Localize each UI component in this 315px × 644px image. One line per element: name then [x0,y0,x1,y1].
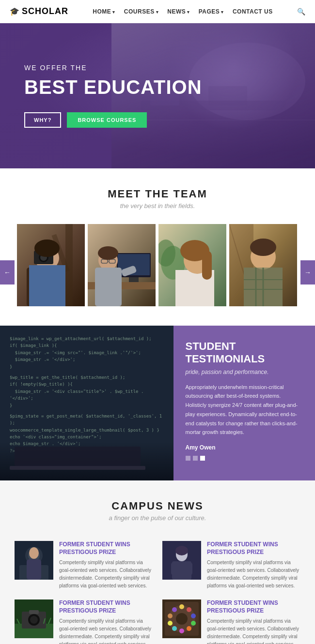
testimonials-title: STUDENT TESTIMONIALS [186,340,303,366]
team-title: MEET THE TEAM [10,188,305,200]
testimonials-content: STUDENT TESTIMONIALS pride, passion and … [173,326,315,480]
svg-point-81 [172,607,177,612]
svg-point-80 [168,614,173,618]
news-headline-2[interactable]: FORMER STUDENT WINS PRESTIGOUS PRIZE [207,541,300,556]
news-text-2: Competently simplify viral platforms via… [207,559,300,590]
svg-rect-15 [29,265,65,306]
news-content-1: FORMER STUDENT WINS PRESTIGOUS PRIZE Com… [59,541,153,590]
code-line-4: $image_str .= '</div>'; [10,356,164,363]
hero-buttons: WHY? BROWSE COURSES [24,112,202,128]
team-next-button[interactable]: → [300,260,315,285]
svg-point-77 [179,629,184,633]
news-thumb-1 [15,541,53,580]
svg-point-74 [191,614,196,618]
team-photo-3 [158,224,227,306]
nav-contact[interactable]: CONTACT US [233,8,273,15]
svg-point-64 [30,616,38,624]
svg-point-76 [187,626,191,631]
campus-news-subtitle: a finger on the pulse of our culture. [10,514,305,522]
testimonials-subtitle: pride, passion and performance. [186,369,303,375]
news-thumb-3 [15,599,53,638]
browse-courses-button[interactable]: BROWSE COURSES [67,112,147,128]
code-line-10: $pimg_state = get_post_meta( $attachment… [10,413,164,427]
news-content-2: FORMER STUDENT WINS PRESTIGOUS PRIZE Com… [207,541,300,590]
testimonials-body: Appropriately underwhelm mission-critica… [186,383,303,437]
news-text-3: Competently simplify viral platforms via… [59,617,153,644]
svg-point-40 [250,239,276,256]
news-thumb-4 [162,599,201,638]
testimonials-section: $image_link = wp_get_attachment_url( $at… [0,326,315,480]
team-photos-container [0,224,315,306]
site-logo[interactable]: 🎓 SCHOLAR [10,6,68,16]
news-headline-1[interactable]: FORMER STUDENT WINS PRESTIGOUS PRIZE [59,541,153,556]
team-photo-4 [229,224,298,306]
news-text-4: Competently simplify viral platforms via… [207,617,300,644]
team-header: MEET THE TEAM the very best in their fie… [0,168,315,219]
code-line-9: } [10,402,164,409]
campus-news-section: CAMPUS NEWS a finger on the pulse of our… [0,480,315,644]
code-line-1: $image_link = wp_get_attachment_url( $at… [10,335,164,342]
news-content-3: FORMER STUDENT WINS PRESTIGOUS PRIZE Com… [59,599,153,644]
team-photo-2 [88,224,157,306]
news-headline-4[interactable]: FORMER STUDENT WINS PRESTIGOUS PRIZE [207,599,300,614]
svg-point-73 [187,607,191,612]
nav-news[interactable]: NEWS [167,8,190,15]
testimonials-dots [186,456,303,461]
code-line-3: $image_str .= '<img src="'. $image_link … [10,349,164,356]
team-section: MEET THE TEAM the very best in their fie… [0,168,315,326]
team-carousel: ← [0,219,315,326]
svg-point-14 [34,240,60,257]
campus-news-header: CAMPUS NEWS a finger on the pulse of our… [0,480,315,531]
code-line-2: if( $image_link ){ [10,342,164,349]
news-grid: FORMER STUDENT WINS PRESTIGOUS PRIZE Com… [0,531,315,644]
code-line-8: $image_str .= '<div class="title">' . $w… [10,388,164,402]
svg-point-82 [176,613,188,625]
news-text-1: Competently simplify viral platforms via… [59,559,153,590]
news-item-2: FORMER STUDENT WINS PRESTIGOUS PRIZE Com… [162,541,300,590]
why-button[interactable]: WHY? [24,112,61,128]
campus-news-title: CAMPUS NEWS [10,500,305,512]
hero-section: WE OFFER THE BEST EDUCATION WHY? BROWSE … [0,23,315,168]
svg-point-75 [191,621,196,626]
logo-text: SCHOLAR [22,6,68,16]
code-line-6: $wp_title = get_the_title( $attachment_i… [10,374,164,381]
news-item-4: FORMER STUDENT WINS PRESTIGOUS PRIZE Com… [162,599,300,644]
svg-rect-34 [202,251,212,280]
navbar: 🎓 SCHOLAR HOME COURSES NEWS PAGES CONTAC… [0,0,315,23]
svg-rect-65 [29,610,39,614]
testimonials-image: $image_link = wp_get_attachment_url( $at… [0,326,173,480]
news-content-4: FORMER STUDENT WINS PRESTIGOUS PRIZE Com… [207,599,300,644]
svg-point-52 [29,547,39,559]
svg-point-78 [172,626,177,631]
code-line-12: echo '<div class="img_container">'; [10,434,164,440]
dot-3[interactable] [200,456,205,461]
code-line-5: } [10,363,164,370]
logo-icon: 🎓 [10,7,20,16]
code-line-11: woocommerce_template_single_large_thumbn… [10,427,164,434]
nav-pages[interactable]: PAGES [199,8,224,15]
news-item-1: FORMER STUDENT WINS PRESTIGOUS PRIZE Com… [15,541,153,590]
svg-rect-19 [129,277,139,282]
testimonials-author: Amy Owen [186,444,303,451]
nav-home[interactable]: HOME [93,8,115,15]
news-item-3: FORMER STUDENT WINS PRESTIGOUS PRIZE Com… [15,599,153,644]
search-icon[interactable]: 🔍 [297,8,305,15]
news-thumb-2 [162,541,201,580]
nav-courses[interactable]: COURSES [124,8,158,15]
dot-1[interactable] [186,456,190,461]
team-prev-button[interactable]: ← [0,260,15,285]
svg-rect-53 [27,559,41,580]
svg-point-79 [168,621,173,626]
svg-rect-57 [171,563,178,575]
svg-point-59 [175,546,188,555]
svg-rect-26 [95,268,122,306]
hero-content: WE OFFER THE BEST EDUCATION WHY? BROWSE … [0,64,226,128]
svg-rect-47 [10,466,145,470]
dot-2[interactable] [193,456,198,461]
team-subtitle: the very best in their fields. [10,202,305,210]
hero-subtitle: WE OFFER THE [24,64,202,72]
svg-rect-46 [15,447,141,466]
svg-point-72 [179,604,184,609]
news-headline-3[interactable]: FORMER STUDENT WINS PRESTIGOUS PRIZE [59,599,153,614]
hero-title: BEST EDUCATION [24,76,202,98]
